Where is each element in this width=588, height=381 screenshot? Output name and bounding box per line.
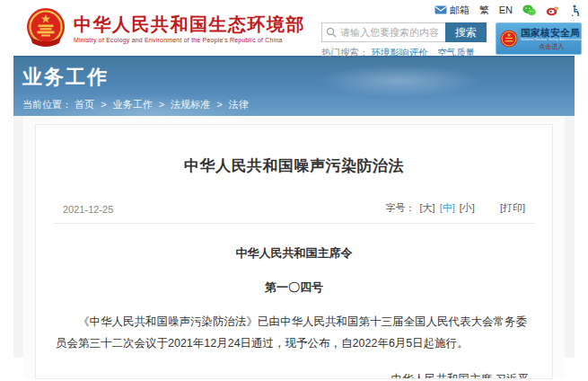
weibo-icon	[546, 4, 559, 16]
breadcrumb-separator: >	[216, 99, 222, 110]
wechat-icon	[522, 4, 536, 16]
breadcrumb: 当前位置： 首页 > 业务工作 > 法规标准 > 法律	[22, 98, 575, 111]
weibo-link[interactable]	[546, 4, 559, 16]
site-name-block: 中华人民共和国生态环境部 Ministry of Ecology and Env…	[74, 13, 305, 43]
site-header: 中华人民共和国生态环境部 Ministry of Ecology and Env…	[13, 0, 575, 56]
doc-paragraph: 《中华人民共和国噪声污染防治法》已由中华人民共和国第十三届全国人民代表大会常务委…	[54, 311, 534, 355]
search-input[interactable]	[340, 27, 442, 38]
breadcrumb-item-home[interactable]: 首页	[75, 99, 94, 110]
breadcrumb-label: 当前位置：	[22, 99, 72, 110]
print-button[interactable]: [打印]	[500, 202, 525, 213]
mail-link[interactable]: 邮箱	[434, 4, 470, 17]
site-subtitle: Ministry of Ecology and Environment of t…	[74, 37, 305, 43]
site-logo-link[interactable]: 中华人民共和国生态环境部 Ministry of Ecology and Env…	[26, 7, 305, 49]
article-title: 中华人民共和国噪声污染防治法	[54, 155, 534, 176]
badge-title: 国家核安全局	[521, 28, 582, 38]
page-wrapper: 中华人民共和国生态环境部 Ministry of Ecology and Env…	[13, 0, 575, 358]
hot-search-row: 热门搜索： 环境影响评价 空气质量	[321, 47, 487, 59]
wechat-link[interactable]	[522, 4, 536, 16]
hot-search-label: 热门搜索：	[321, 47, 369, 58]
doc-number: 第一〇四号	[54, 279, 534, 296]
badge-emblem-icon	[500, 30, 518, 49]
doc-signature: 中华人民共和国主席 习近平	[54, 372, 534, 379]
site-title: 中华人民共和国生态环境部	[74, 13, 305, 35]
nuclear-safety-badge[interactable]: 国家核安全局 National Nuclear Safety Administr…	[496, 22, 582, 55]
breadcrumb-separator: >	[159, 99, 164, 110]
search-area: 搜索 热门搜索： 环境影响评价 空气质量	[321, 22, 487, 59]
badge-subtitle: National Nuclear Safety Administration	[521, 38, 582, 41]
article-meta-row: 2021-12-25 字号：[大][中][小][打印]	[54, 201, 534, 224]
english-toggle[interactable]: EN	[499, 4, 513, 15]
font-size-bar: 字号：[大][中][小][打印]	[386, 201, 526, 215]
breadcrumb-item-standards[interactable]: 法规标准	[171, 99, 210, 110]
font-size-large-button[interactable]: [大]	[420, 202, 435, 213]
font-size-label: 字号：	[386, 202, 416, 213]
content-area: 中华人民共和国噪声污染防治法 2021-12-25 字号：[大][中][小][打…	[13, 116, 575, 358]
top-utility-bar: 邮箱 繁 EN	[321, 3, 582, 17]
hot-search-link-eia[interactable]: 环境影响评价	[371, 47, 427, 58]
content-inner: 中华人民共和国噪声污染防治法 2021-12-25 字号：[大][中][小][打…	[23, 116, 565, 379]
accessibility-icon	[569, 4, 580, 16]
breadcrumb-item-work[interactable]: 业务工作	[113, 99, 153, 110]
search-button[interactable]: 搜索	[445, 22, 487, 42]
section-title: 业务工作	[22, 64, 575, 91]
search-input-wrap	[321, 22, 445, 42]
badge-action: 点击进入	[521, 43, 582, 49]
font-size-small-button[interactable]: [小]	[460, 202, 475, 213]
envelope-icon	[434, 5, 447, 14]
accessibility-link[interactable]	[569, 4, 580, 16]
font-size-medium-button[interactable]: [中]	[440, 202, 455, 213]
mail-label: 邮箱	[450, 4, 470, 17]
national-emblem-icon	[26, 7, 66, 49]
breadcrumb-item-laws[interactable]: 法律	[229, 99, 249, 110]
traditional-chinese-toggle[interactable]: 繁	[479, 4, 489, 17]
search-icon	[326, 27, 337, 38]
breadcrumb-separator: >	[101, 99, 106, 110]
article-date: 2021-12-25	[63, 204, 113, 215]
hot-search-link-air[interactable]: 空气质量	[437, 47, 475, 58]
article-card: 中华人民共和国噪声污染防治法 2021-12-25 字号：[大][中][小][打…	[35, 124, 553, 379]
header-right: 邮箱 繁 EN	[321, 3, 582, 59]
doc-heading: 中华人民共和国主席令	[54, 245, 534, 261]
badge-text-block: 国家核安全局 National Nuclear Safety Administr…	[521, 28, 582, 50]
